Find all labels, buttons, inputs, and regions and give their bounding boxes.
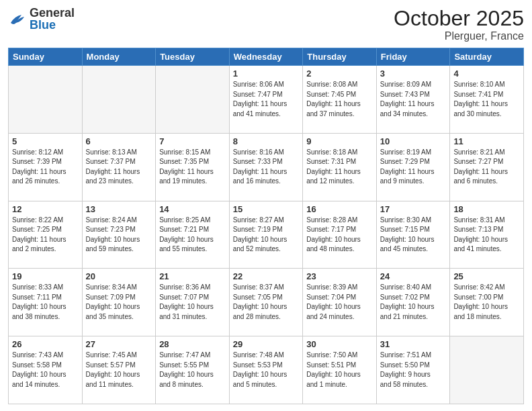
day-info: Sunrise: 8:13 AM Sunset: 7:37 PM Dayligh…: [86, 148, 152, 187]
calendar-cell: 11Sunrise: 8:21 AM Sunset: 7:27 PM Dayli…: [450, 133, 524, 201]
day-number: 1: [233, 68, 300, 79]
col-saturday: Saturday: [450, 48, 524, 66]
day-number: 30: [306, 339, 373, 349]
calendar-cell: 19Sunrise: 8:33 AM Sunset: 7:11 PM Dayli…: [9, 269, 83, 336]
col-sunday: Sunday: [9, 48, 83, 66]
col-tuesday: Tuesday: [156, 48, 230, 66]
day-info: Sunrise: 8:28 AM Sunset: 7:17 PM Dayligh…: [306, 216, 373, 255]
col-friday: Friday: [376, 48, 450, 66]
calendar-cell: 23Sunrise: 8:39 AM Sunset: 7:04 PM Dayli…: [303, 269, 377, 336]
day-number: 14: [159, 204, 226, 214]
calendar-cell: [9, 66, 83, 134]
col-wednesday: Wednesday: [229, 48, 303, 66]
day-number: 15: [233, 204, 300, 214]
day-info: Sunrise: 8:34 AM Sunset: 7:09 PM Dayligh…: [86, 283, 152, 322]
day-info: Sunrise: 8:37 AM Sunset: 7:05 PM Dayligh…: [233, 283, 300, 322]
day-number: 10: [380, 136, 447, 146]
calendar-cell: 13Sunrise: 8:24 AM Sunset: 7:23 PM Dayli…: [82, 201, 156, 269]
calendar-cell: 3Sunrise: 8:09 AM Sunset: 7:43 PM Daylig…: [376, 66, 450, 134]
calendar-week-1: 5Sunrise: 8:12 AM Sunset: 7:39 PM Daylig…: [9, 133, 524, 201]
logo-bird-icon: [8, 11, 27, 27]
day-info: Sunrise: 8:33 AM Sunset: 7:11 PM Dayligh…: [12, 283, 79, 322]
day-number: 23: [306, 271, 373, 281]
day-number: 5: [12, 136, 79, 146]
logo-blue-text: Blue: [30, 18, 56, 32]
day-number: 6: [86, 136, 152, 146]
calendar-cell: 26Sunrise: 7:43 AM Sunset: 5:58 PM Dayli…: [9, 336, 83, 404]
calendar-cell: 2Sunrise: 8:08 AM Sunset: 7:45 PM Daylig…: [303, 66, 377, 134]
day-number: 9: [306, 136, 373, 146]
day-info: Sunrise: 8:06 AM Sunset: 7:47 PM Dayligh…: [233, 80, 300, 119]
day-info: Sunrise: 8:09 AM Sunset: 7:43 PM Dayligh…: [380, 80, 447, 119]
day-number: 24: [380, 271, 447, 281]
calendar-cell: 20Sunrise: 8:34 AM Sunset: 7:09 PM Dayli…: [82, 269, 156, 336]
page: General Blue October 2025 Plerguer, Fran…: [0, 0, 532, 411]
calendar-cell: 8Sunrise: 8:16 AM Sunset: 7:33 PM Daylig…: [229, 133, 303, 201]
calendar-cell: [156, 66, 230, 134]
day-number: 12: [12, 204, 79, 214]
day-info: Sunrise: 8:40 AM Sunset: 7:02 PM Dayligh…: [380, 283, 447, 322]
calendar: Sunday Monday Tuesday Wednesday Thursday…: [8, 48, 524, 404]
col-monday: Monday: [82, 48, 156, 66]
day-number: 4: [453, 68, 520, 79]
day-info: Sunrise: 8:12 AM Sunset: 7:39 PM Dayligh…: [12, 148, 79, 187]
day-number: 18: [453, 204, 520, 214]
day-info: Sunrise: 7:51 AM Sunset: 5:50 PM Dayligh…: [380, 351, 447, 390]
day-info: Sunrise: 8:21 AM Sunset: 7:27 PM Dayligh…: [453, 148, 520, 187]
day-info: Sunrise: 8:24 AM Sunset: 7:23 PM Dayligh…: [86, 216, 152, 255]
day-info: Sunrise: 8:08 AM Sunset: 7:45 PM Dayligh…: [306, 80, 373, 119]
calendar-week-3: 19Sunrise: 8:33 AM Sunset: 7:11 PM Dayli…: [9, 269, 524, 336]
day-number: 16: [306, 204, 373, 214]
day-number: 25: [453, 271, 520, 281]
calendar-cell: 12Sunrise: 8:22 AM Sunset: 7:25 PM Dayli…: [9, 201, 83, 269]
day-number: 28: [159, 339, 226, 349]
calendar-cell: 22Sunrise: 8:37 AM Sunset: 7:05 PM Dayli…: [229, 269, 303, 336]
calendar-cell: [450, 336, 524, 404]
calendar-cell: 9Sunrise: 8:18 AM Sunset: 7:31 PM Daylig…: [303, 133, 377, 201]
day-info: Sunrise: 8:36 AM Sunset: 7:07 PM Dayligh…: [159, 283, 226, 322]
calendar-cell: 18Sunrise: 8:31 AM Sunset: 7:13 PM Dayli…: [450, 201, 524, 269]
location: Plerguer, France: [394, 30, 524, 42]
day-number: 20: [86, 271, 152, 281]
calendar-cell: 27Sunrise: 7:45 AM Sunset: 5:57 PM Dayli…: [82, 336, 156, 404]
day-number: 13: [86, 204, 152, 214]
calendar-cell: 10Sunrise: 8:19 AM Sunset: 7:29 PM Dayli…: [376, 133, 450, 201]
calendar-cell: 24Sunrise: 8:40 AM Sunset: 7:02 PM Dayli…: [376, 269, 450, 336]
day-info: Sunrise: 7:48 AM Sunset: 5:53 PM Dayligh…: [233, 351, 300, 390]
day-number: 29: [233, 339, 300, 349]
logo: General Blue: [8, 7, 75, 31]
calendar-cell: 21Sunrise: 8:36 AM Sunset: 7:07 PM Dayli…: [156, 269, 230, 336]
calendar-cell: 17Sunrise: 8:30 AM Sunset: 7:15 PM Dayli…: [376, 201, 450, 269]
day-info: Sunrise: 7:47 AM Sunset: 5:55 PM Dayligh…: [159, 351, 226, 390]
day-info: Sunrise: 8:31 AM Sunset: 7:13 PM Dayligh…: [453, 216, 520, 255]
col-thursday: Thursday: [303, 48, 377, 66]
day-info: Sunrise: 7:43 AM Sunset: 5:58 PM Dayligh…: [12, 351, 79, 390]
calendar-cell: [82, 66, 156, 134]
calendar-week-0: 1Sunrise: 8:06 AM Sunset: 7:47 PM Daylig…: [9, 66, 524, 134]
day-info: Sunrise: 8:22 AM Sunset: 7:25 PM Dayligh…: [12, 216, 79, 255]
calendar-cell: 7Sunrise: 8:15 AM Sunset: 7:35 PM Daylig…: [156, 133, 230, 201]
calendar-cell: 25Sunrise: 8:42 AM Sunset: 7:00 PM Dayli…: [450, 269, 524, 336]
calendar-cell: 4Sunrise: 8:10 AM Sunset: 7:41 PM Daylig…: [450, 66, 524, 134]
day-info: Sunrise: 8:10 AM Sunset: 7:41 PM Dayligh…: [453, 80, 520, 119]
day-number: 2: [306, 68, 373, 79]
day-number: 8: [233, 136, 300, 146]
day-info: Sunrise: 7:50 AM Sunset: 5:51 PM Dayligh…: [306, 351, 373, 390]
calendar-cell: 16Sunrise: 8:28 AM Sunset: 7:17 PM Dayli…: [303, 201, 377, 269]
day-number: 7: [159, 136, 226, 146]
calendar-cell: 31Sunrise: 7:51 AM Sunset: 5:50 PM Dayli…: [376, 336, 450, 404]
day-info: Sunrise: 8:27 AM Sunset: 7:19 PM Dayligh…: [233, 216, 300, 255]
calendar-cell: 6Sunrise: 8:13 AM Sunset: 7:37 PM Daylig…: [82, 133, 156, 201]
day-number: 17: [380, 204, 447, 214]
day-number: 11: [453, 136, 520, 146]
calendar-cell: 15Sunrise: 8:27 AM Sunset: 7:19 PM Dayli…: [229, 201, 303, 269]
day-number: 22: [233, 271, 300, 281]
day-number: 26: [12, 339, 79, 349]
day-info: Sunrise: 8:30 AM Sunset: 7:15 PM Dayligh…: [380, 216, 447, 255]
day-number: 21: [159, 271, 226, 281]
day-info: Sunrise: 8:42 AM Sunset: 7:00 PM Dayligh…: [453, 283, 520, 322]
title-block: October 2025 Plerguer, France: [394, 7, 524, 42]
day-number: 3: [380, 68, 447, 79]
day-info: Sunrise: 8:39 AM Sunset: 7:04 PM Dayligh…: [306, 283, 373, 322]
day-info: Sunrise: 8:25 AM Sunset: 7:21 PM Dayligh…: [159, 216, 226, 255]
